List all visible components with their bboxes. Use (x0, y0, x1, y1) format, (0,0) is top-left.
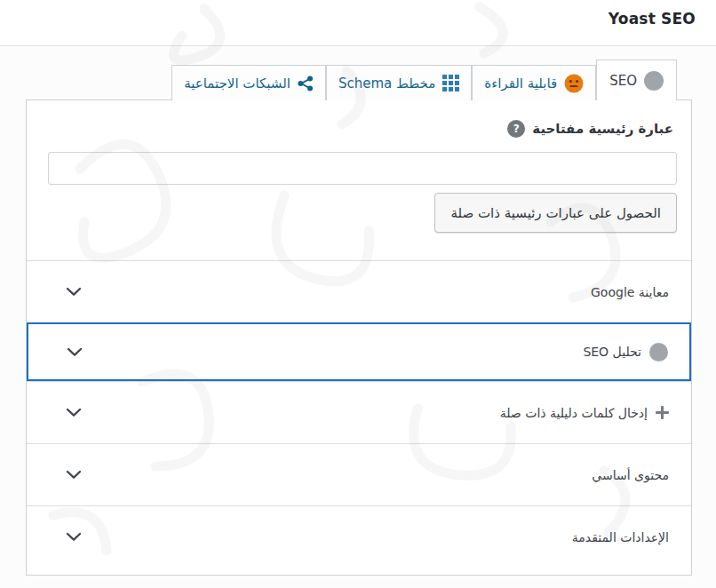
tab-bar: SEO قابلية القراءة مخطط Schema (171, 60, 677, 100)
seo-analysis-score-circle-icon (649, 343, 668, 362)
section-google-preview[interactable]: معاينة Google (27, 260, 691, 322)
related-keyphrases-row: الحصول على عبارات رئيسية ذات صلة (27, 193, 677, 233)
tab-seo[interactable]: SEO (596, 60, 677, 100)
section-label: محتوى أساسي (592, 468, 669, 482)
section-advanced-settings[interactable]: الإعدادات المتقدمة (27, 505, 691, 568)
section-label: الإعدادات المتقدمة (572, 530, 669, 544)
accordion-sections: معاينة Google تحليل SEO (27, 260, 691, 568)
tab-label: قابلية القراءة (484, 75, 557, 91)
section-label: معاينة Google (591, 285, 669, 299)
section-add-related-keyphrase[interactable]: إدخال كلمات دليلية ذات صلة (27, 381, 691, 443)
chevron-down-icon (66, 408, 82, 417)
tab-label: مخطط Schema (338, 75, 435, 91)
neutral-face-icon (564, 74, 584, 93)
tab-label: SEO (609, 73, 637, 89)
section-cornerstone-content[interactable]: محتوى أساسي (27, 443, 691, 505)
section-label: إدخال كلمات دليلية ذات صلة (500, 406, 648, 420)
tab-label: الشبكات الاجتماعية (184, 75, 290, 91)
chevron-down-icon (66, 287, 82, 297)
page-title: Yoast SEO (609, 10, 696, 28)
chevron-down-icon (67, 347, 83, 357)
section-label: تحليل SEO (583, 345, 641, 359)
metabox-header: Yoast SEO (0, 0, 716, 46)
section-seo-analysis[interactable]: تحليل SEO (27, 322, 691, 381)
focus-keyphrase-input[interactable] (48, 152, 677, 185)
chevron-down-icon (66, 470, 82, 480)
share-icon (298, 75, 314, 91)
tab-readability[interactable]: قابلية القراءة (472, 65, 596, 100)
tab-schema[interactable]: مخطط Schema (326, 65, 472, 100)
yoast-seo-panel: عبارة رئيسية مفتاحية ? الحصول على عبارات… (26, 99, 692, 576)
help-icon[interactable]: ? (507, 120, 525, 138)
focus-keyphrase-header: عبارة رئيسية مفتاحية ? (27, 120, 673, 138)
grid-icon (442, 75, 459, 91)
tab-social[interactable]: الشبكات الاجتماعية (171, 65, 326, 100)
chevron-down-icon (66, 532, 82, 542)
seo-score-circle-icon (644, 71, 664, 91)
get-related-keyphrases-button[interactable]: الحصول على عبارات رئيسية ذات صلة (434, 193, 677, 233)
focus-keyphrase-label: عبارة رئيسية مفتاحية (532, 121, 673, 137)
plus-icon (656, 406, 669, 419)
